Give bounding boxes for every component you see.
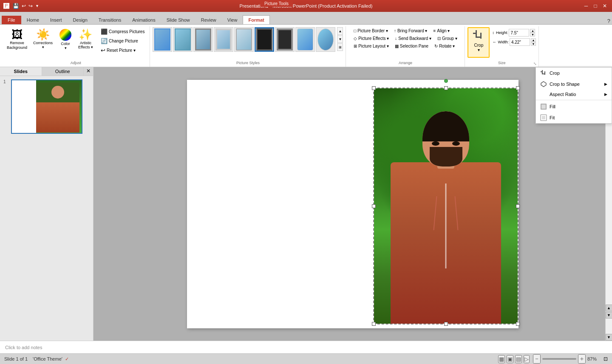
- scroll-down-btn[interactable]: ▼: [606, 334, 612, 341]
- send-backward-btn[interactable]: ↓ Send Backward ▾: [392, 35, 434, 42]
- change-picture-btn[interactable]: 🔄 Change Picture: [98, 37, 147, 45]
- maximize-btn[interactable]: □: [592, 2, 599, 10]
- width-up-btn[interactable]: ▲: [531, 38, 536, 42]
- gallery-up-btn[interactable]: ▲: [337, 27, 343, 35]
- fit-slide-btn[interactable]: ⊡: [604, 356, 608, 362]
- picture-effects-btn[interactable]: ◇ Picture Effects ▾: [351, 35, 391, 42]
- undo-quick-btn[interactable]: ↩: [21, 2, 27, 10]
- tab-slideshow[interactable]: Slide Show: [161, 15, 196, 24]
- close-sidebar-btn[interactable]: ✕: [84, 67, 93, 76]
- handle-bc[interactable]: [444, 322, 448, 326]
- aspect-ratio-arrow: ▶: [604, 92, 607, 96]
- crop-menu-aspect-ratio[interactable]: Aspect Ratio ▶: [536, 90, 612, 99]
- tab-design[interactable]: Design: [68, 15, 93, 24]
- outline-tab[interactable]: Outline: [42, 67, 84, 76]
- zoom-in-btn[interactable]: ＋: [578, 354, 586, 364]
- crop-menu-to-shape[interactable]: Crop to Shape ▶: [536, 79, 612, 90]
- tab-insert[interactable]: Insert: [45, 15, 68, 24]
- gallery-scroll: ▲ ▼ ⊞: [337, 27, 343, 51]
- handle-br[interactable]: [516, 322, 520, 326]
- handle-rotate[interactable]: [444, 79, 448, 83]
- style-thumb-7[interactable]: [275, 27, 295, 52]
- color-btn[interactable]: Color▾: [56, 27, 75, 52]
- height-input[interactable]: [509, 29, 529, 37]
- reading-view-btn[interactable]: ▤: [515, 355, 522, 363]
- style-thumb-oval[interactable]: [316, 27, 335, 52]
- height-up-btn[interactable]: ▲: [530, 29, 535, 33]
- style-thumb-6[interactable]: [255, 27, 274, 52]
- photo-container: [374, 88, 518, 324]
- handle-mr[interactable]: [516, 204, 520, 208]
- zoom-out-btn[interactable]: －: [533, 354, 541, 364]
- crop-btn[interactable]: Crop▾: [468, 27, 490, 58]
- artistic-effects-btn[interactable]: ✨ ArtisticEffects ▾: [76, 27, 96, 51]
- style-thumb-5[interactable]: [234, 27, 254, 52]
- crop-menu-fill[interactable]: Fill: [536, 101, 612, 112]
- check-mark: ✓: [65, 356, 69, 362]
- tab-format[interactable]: Format: [243, 15, 269, 24]
- tab-animations[interactable]: Animations: [127, 15, 161, 24]
- handle-ml[interactable]: [372, 204, 376, 208]
- compress-icon: ⬛: [101, 28, 108, 35]
- save-quick-btn[interactable]: 💾: [12, 2, 20, 10]
- picture-border-btn[interactable]: □ Picture Border ▾: [351, 27, 391, 34]
- crop-menu-fit[interactable]: Fit: [536, 112, 612, 123]
- remove-background-btn[interactable]: 🖼 RemoveBackground: [4, 27, 30, 52]
- thumb-content: [12, 80, 82, 133]
- slides-tab[interactable]: Slides: [0, 67, 42, 76]
- gallery-down-btn[interactable]: ▼: [337, 35, 343, 43]
- svg-rect-7: [541, 71, 542, 72]
- tab-home[interactable]: Home: [21, 15, 45, 24]
- scroll-down-btn2[interactable]: ▲: [606, 305, 612, 311]
- picture-layout-btn[interactable]: ⊞ Picture Layout ▾: [351, 42, 391, 50]
- align-btn[interactable]: ≡ Align ▾: [431, 27, 452, 34]
- window-title: Presentation1 - Microsoft PowerPoint (Pr…: [239, 3, 372, 8]
- handle-tl[interactable]: [372, 86, 376, 90]
- layout-label: Picture Layout ▾: [358, 44, 389, 48]
- scroll-down-btn3[interactable]: ▼: [606, 312, 612, 319]
- slide-sorter-btn[interactable]: ▣: [507, 355, 513, 363]
- style-thumb-3[interactable]: [193, 27, 213, 52]
- minimize-btn[interactable]: ─: [582, 2, 590, 10]
- width-down-btn[interactable]: ▼: [531, 42, 536, 46]
- size-expand-btn[interactable]: ⤡: [533, 62, 537, 66]
- redo-quick-btn[interactable]: ↪: [28, 2, 34, 10]
- handle-tr[interactable]: [516, 86, 520, 90]
- style-thumb-8[interactable]: [295, 27, 315, 52]
- handle-bl[interactable]: [372, 322, 376, 326]
- style-thumb-4[interactable]: [214, 27, 233, 52]
- selection-pane-btn[interactable]: ▦ Selection Pane: [392, 42, 431, 50]
- crop-to-shape-icon: [540, 81, 547, 87]
- slideshow-btn[interactable]: ▷: [524, 355, 530, 363]
- normal-view-btn[interactable]: ▦: [498, 355, 505, 363]
- customize-quick-btn[interactable]: ▼: [34, 3, 40, 9]
- style-thumb-2[interactable]: [173, 27, 193, 52]
- compress-pictures-btn[interactable]: ⬛ Compress Pictures: [98, 27, 147, 36]
- corrections-icon: ☀️: [36, 29, 50, 40]
- width-input[interactable]: [510, 38, 530, 46]
- crop-menu-crop[interactable]: Crop: [536, 68, 612, 79]
- gallery-more-btn[interactable]: ⊞: [337, 43, 343, 51]
- slide-thumbnail-1[interactable]: [11, 79, 82, 134]
- corrections-btn[interactable]: ☀️ Corrections▾: [31, 27, 55, 51]
- zoom-slider[interactable]: [542, 358, 576, 360]
- slide-panel: 1: [0, 76, 93, 341]
- tab-review[interactable]: Review: [196, 15, 222, 24]
- reset-picture-btn[interactable]: ↩ Reset Picture ▾: [98, 46, 147, 55]
- close-btn[interactable]: ✕: [601, 2, 609, 10]
- tab-transitions[interactable]: Transitions: [93, 15, 127, 24]
- height-down-btn[interactable]: ▼: [530, 33, 535, 37]
- group-btn[interactable]: ⊡ Group ▾: [435, 35, 460, 42]
- style-thumb-1[interactable]: [153, 27, 172, 52]
- notes-area[interactable]: Click to add notes: [0, 341, 612, 353]
- bring-forward-btn[interactable]: ↑ Bring Forward ▾: [391, 27, 430, 34]
- slide-area[interactable]: ▲ ▲ ▼ ▼: [94, 67, 612, 341]
- tab-view[interactable]: View: [222, 15, 243, 24]
- zoom-level: 87%: [587, 356, 600, 361]
- rotate-btn[interactable]: ↻ Rotate ▾: [432, 42, 457, 50]
- handle-tc[interactable]: [444, 86, 448, 90]
- picture-frame[interactable]: [373, 87, 518, 324]
- width-text-label: Width:: [498, 40, 509, 44]
- tab-file[interactable]: File: [2, 16, 21, 24]
- help-btn[interactable]: ?: [607, 18, 610, 24]
